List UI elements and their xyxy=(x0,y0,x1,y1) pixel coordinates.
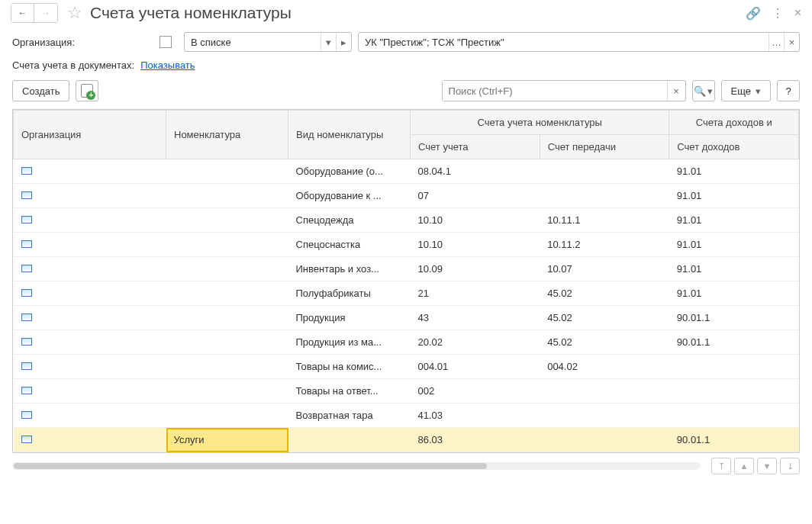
cell-pered[interactable]: 45.02 xyxy=(540,306,669,330)
cell-vid[interactable]: Спецоснастка xyxy=(288,233,411,257)
table-row[interactable]: Продукция из ма...20.0245.0290.01.1 xyxy=(14,330,799,355)
help-button[interactable]: ? xyxy=(777,80,800,101)
table-row[interactable]: Товары на ответ...002 xyxy=(14,379,799,403)
search-button[interactable]: 🔍▾ xyxy=(692,80,715,101)
cell-org[interactable] xyxy=(14,159,166,184)
cell-org[interactable] xyxy=(14,379,166,403)
col-transfer[interactable]: Счет передачи xyxy=(540,135,669,159)
cell-vid[interactable]: Оборудование к ... xyxy=(288,184,411,208)
cell-schet[interactable]: 43 xyxy=(411,306,540,330)
cell-org[interactable] xyxy=(14,257,166,281)
cell-schet[interactable]: 10.09 xyxy=(411,257,540,281)
filter-mode-combo[interactable]: В списке ▾ ▸ xyxy=(184,32,352,52)
cell-nomen[interactable] xyxy=(166,355,288,379)
create-button[interactable]: Создать xyxy=(12,80,69,101)
cell-pered[interactable] xyxy=(540,403,669,428)
col-type[interactable]: Вид номенклатуры xyxy=(288,111,411,159)
col-income[interactable]: Счет доходов xyxy=(669,135,799,159)
table-row[interactable]: Услуги86.0390.01.1 xyxy=(14,428,799,452)
cell-org[interactable] xyxy=(14,306,166,330)
cell-nomen[interactable]: Услуги xyxy=(166,428,288,452)
table-row[interactable]: Спецоснастка10.1010.11.291.01 xyxy=(14,233,799,257)
link-icon[interactable]: 🔗 xyxy=(746,6,761,21)
col-group-accounts[interactable]: Счета учета номенклатуры xyxy=(411,111,669,135)
filter-value-combo[interactable]: УК "Престиж"; ТСЖ "Престиж" … × xyxy=(358,32,800,52)
col-account[interactable]: Счет учета xyxy=(411,135,540,159)
cell-pered[interactable]: 10.07 xyxy=(540,257,669,281)
cell-schet[interactable]: 002 xyxy=(411,379,540,403)
favorite-star-icon[interactable]: ☆ xyxy=(66,4,84,22)
cell-pered[interactable]: 45.02 xyxy=(540,281,669,306)
cell-schet[interactable]: 10.10 xyxy=(411,208,540,233)
cell-schet[interactable]: 21 xyxy=(411,281,540,306)
search-clear-btn[interactable]: × xyxy=(667,81,685,101)
cell-pered[interactable] xyxy=(540,379,669,403)
cell-vid[interactable]: Оборудование (о... xyxy=(288,159,411,184)
cell-dohod[interactable]: 91.01 xyxy=(669,159,799,184)
cell-nomen[interactable] xyxy=(166,208,288,233)
horizontal-scrollbar[interactable] xyxy=(12,462,701,470)
cell-dohod[interactable]: 90.01.1 xyxy=(669,428,799,452)
table-row[interactable]: Товары на комис...004.01004.02 xyxy=(14,355,799,379)
cell-vid[interactable]: Товары на комис... xyxy=(288,355,411,379)
cell-pered[interactable]: 45.02 xyxy=(540,330,669,355)
table-row[interactable]: Спецодежда10.1010.11.191.01 xyxy=(14,208,799,233)
cell-org[interactable] xyxy=(14,355,166,379)
cell-pered[interactable] xyxy=(540,184,669,208)
scroll-bottom-button[interactable]: ⤓ xyxy=(780,458,800,474)
scroll-up-button[interactable]: ▲ xyxy=(734,458,754,474)
cell-org[interactable] xyxy=(14,428,166,452)
search-input[interactable] xyxy=(443,81,667,101)
filter-select-btn[interactable]: … xyxy=(768,33,784,51)
cell-vid[interactable]: Полуфабрикаты xyxy=(288,281,411,306)
cell-schet[interactable]: 20.02 xyxy=(411,330,540,355)
col-organization[interactable]: Организация xyxy=(14,111,166,159)
cell-nomen[interactable] xyxy=(166,233,288,257)
cell-schet[interactable]: 004.01 xyxy=(411,355,540,379)
cell-dohod[interactable] xyxy=(669,379,799,403)
cell-org[interactable] xyxy=(14,184,166,208)
cell-nomen[interactable] xyxy=(166,379,288,403)
cell-dohod[interactable]: 91.01 xyxy=(669,233,799,257)
filter-clear-btn[interactable]: × xyxy=(784,33,799,51)
cell-org[interactable] xyxy=(14,208,166,233)
create-from-button[interactable] xyxy=(76,80,98,101)
cell-dohod[interactable]: 91.01 xyxy=(669,208,799,233)
cell-dohod[interactable]: 91.01 xyxy=(669,281,799,306)
cell-nomen[interactable] xyxy=(166,330,288,355)
cell-nomen[interactable] xyxy=(166,257,288,281)
cell-pered[interactable] xyxy=(540,428,669,452)
cell-vid[interactable] xyxy=(288,428,411,452)
cell-vid[interactable]: Продукция из ма... xyxy=(288,330,411,355)
cell-org[interactable] xyxy=(14,403,166,428)
cell-dohod[interactable]: 91.01 xyxy=(669,184,799,208)
scrollbar-thumb[interactable] xyxy=(14,463,487,469)
cell-schet[interactable]: 41.03 xyxy=(411,403,540,428)
cell-dohod[interactable]: 90.01.1 xyxy=(669,306,799,330)
scroll-down-button[interactable]: ▼ xyxy=(757,458,777,474)
col-group-income[interactable]: Счета доходов и xyxy=(669,111,799,135)
cell-org[interactable] xyxy=(14,330,166,355)
col-nomenclature[interactable]: Номенклатура xyxy=(166,111,288,159)
table-row[interactable]: Оборудование к ...0791.01 xyxy=(14,184,799,208)
cell-dohod[interactable]: 90.01.1 xyxy=(669,330,799,355)
doc-accounts-link[interactable]: Показывать xyxy=(140,59,195,71)
scroll-top-button[interactable]: ⤒ xyxy=(711,458,731,474)
table-row[interactable]: Инвентарь и хоз...10.0910.0791.01 xyxy=(14,257,799,281)
cell-dohod[interactable] xyxy=(669,355,799,379)
cell-dohod[interactable] xyxy=(669,403,799,428)
cell-schet[interactable]: 86.03 xyxy=(411,428,540,452)
cell-nomen[interactable] xyxy=(166,159,288,184)
cell-nomen[interactable] xyxy=(166,403,288,428)
back-button[interactable]: ← xyxy=(11,4,34,22)
table-row[interactable]: Продукция4345.0290.01.1 xyxy=(14,306,799,330)
cell-pered[interactable]: 10.11.2 xyxy=(540,233,669,257)
cell-pered[interactable]: 004.02 xyxy=(540,355,669,379)
filter-mode-btn[interactable]: ▸ xyxy=(336,33,351,51)
cell-nomen[interactable] xyxy=(166,281,288,306)
cell-schet[interactable]: 07 xyxy=(411,184,540,208)
table-row[interactable]: Полуфабрикаты2145.0291.01 xyxy=(14,281,799,306)
cell-org[interactable] xyxy=(14,233,166,257)
cell-vid[interactable]: Спецодежда xyxy=(288,208,411,233)
forward-button[interactable]: → xyxy=(34,4,57,22)
